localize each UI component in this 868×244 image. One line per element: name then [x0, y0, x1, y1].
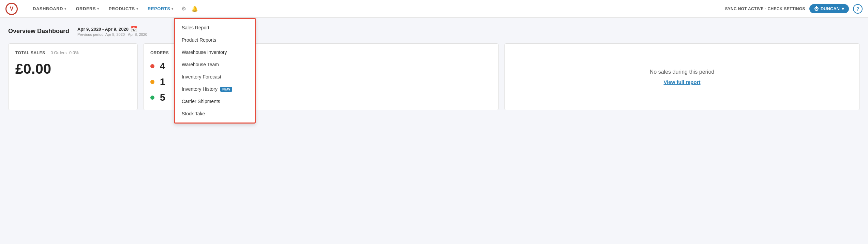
- dropdown-item-stock-take[interactable]: Stock Take: [175, 107, 255, 118]
- order-count-payment: 4: [160, 61, 171, 72]
- dropdown-item-product-reports[interactable]: Product Reports: [175, 34, 255, 46]
- logo[interactable]: V: [5, 3, 18, 15]
- bell-icon[interactable]: 🔔: [190, 4, 199, 14]
- date-range-main: Apr 9, 2020 - Apr 9, 2020 📅: [77, 26, 147, 32]
- order-count-ready: 5: [160, 92, 171, 103]
- total-sales-meta: 0 Orders 0.0%: [51, 51, 79, 55]
- dashboard-grid: TOTAL SALES 0 Orders 0.0% £0.00 ORDERS 4…: [8, 43, 860, 110]
- nav-products[interactable]: PRODUCTS ▾: [105, 3, 142, 14]
- logo-icon: V: [5, 3, 18, 15]
- chevron-down-icon: ▾: [97, 7, 99, 11]
- reports-dropdown: Sales Report Product Reports Warehouse I…: [174, 18, 256, 118]
- dropdown-item-sales-report[interactable]: Sales Report: [175, 21, 255, 34]
- order-dot-ready: [150, 96, 154, 100]
- order-dot-waiting: [150, 80, 154, 84]
- chevron-down-icon: ▾: [136, 7, 138, 11]
- total-sales-card: TOTAL SALES 0 Orders 0.0% £0.00: [8, 43, 138, 110]
- dropdown-item-carrier-shipments[interactable]: Carrier Shipments: [175, 95, 255, 107]
- order-count-waiting: 1: [160, 76, 171, 87]
- sync-warning: SYNC NOT ACTIVE - CHECK SETTINGS: [725, 6, 805, 11]
- dropdown-item-inventory-forecast[interactable]: Inventory Forecast: [175, 71, 255, 83]
- page-header: Overview Dashboard Apr 9, 2020 - Apr 9, …: [8, 26, 860, 37]
- total-sales-amount: £0.00: [15, 61, 131, 77]
- main-content: Overview Dashboard Apr 9, 2020 - Apr 9, …: [0, 18, 868, 118]
- total-sales-header: TOTAL SALES 0 Orders 0.0%: [15, 51, 131, 55]
- reports-dropdown-container: Sales Report Product Reports Warehouse I…: [174, 18, 256, 118]
- view-full-report-link[interactable]: View full report: [663, 79, 700, 85]
- nav-dashboard[interactable]: DASHBOARD ▾: [29, 3, 71, 14]
- date-range: Apr 9, 2020 - Apr 9, 2020 📅 Previous per…: [77, 26, 147, 37]
- dropdown-item-warehouse-team[interactable]: Warehouse Team: [175, 58, 255, 71]
- chevron-down-icon: ▾: [842, 6, 844, 11]
- user-menu-button[interactable]: ⏻ DUNCAN ▾: [809, 4, 849, 13]
- calendar-icon[interactable]: 📅: [131, 26, 137, 32]
- main-nav: DASHBOARD ▾ ORDERS ▾ PRODUCTS ▾ REPORTS …: [29, 3, 725, 14]
- total-sales-label: TOTAL SALES: [15, 51, 45, 55]
- settings-icon[interactable]: ⚙: [179, 4, 189, 14]
- nav-reports[interactable]: REPORTS ▾: [144, 3, 178, 14]
- chevron-down-icon: ▾: [64, 7, 66, 11]
- sales-chart-card: No sales during this period View full re…: [504, 43, 860, 110]
- header-right: SYNC NOT ACTIVE - CHECK SETTINGS ⏻ DUNCA…: [725, 4, 863, 14]
- dropdown-item-warehouse-inventory[interactable]: Warehouse Inventory: [175, 46, 255, 58]
- dropdown-item-inventory-history[interactable]: Inventory History New: [175, 83, 255, 95]
- header: V DASHBOARD ▾ ORDERS ▾ PRODUCTS ▾ REPORT…: [0, 0, 868, 18]
- date-range-previous: Previous period: Apr 8, 2020 - Apr 8, 20…: [77, 32, 147, 37]
- nav-orders[interactable]: ORDERS ▾: [72, 3, 103, 14]
- no-sales-message: No sales during this period: [650, 69, 714, 75]
- chevron-down-icon: ▾: [171, 7, 174, 11]
- help-button[interactable]: ?: [853, 4, 863, 14]
- order-dot-payment: [150, 64, 154, 68]
- power-icon: ⏻: [814, 6, 819, 11]
- new-badge: New: [220, 87, 232, 92]
- page-title: Overview Dashboard: [8, 28, 69, 35]
